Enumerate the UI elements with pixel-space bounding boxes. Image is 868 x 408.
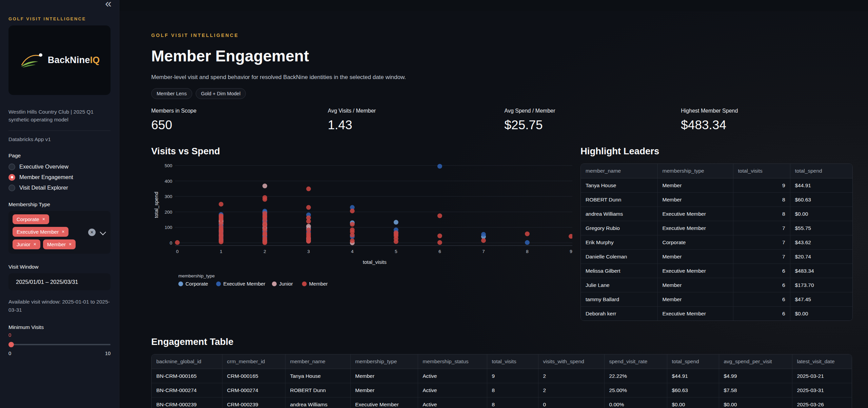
table-cell: 7: [733, 221, 790, 235]
table-row: Deborah kerrExecutive Member6$0.00: [581, 307, 852, 321]
tag-label: Member: [47, 241, 66, 247]
slider-thumb[interactable]: [8, 342, 14, 347]
kpi-label: Avg Visits / Member: [328, 108, 499, 114]
kpi-metric: Members in Scope650: [151, 108, 322, 132]
y-tick-label: 300: [164, 194, 172, 199]
table-cell: $44.91: [667, 369, 719, 383]
column-header[interactable]: latest_visit_date: [792, 354, 852, 369]
scatter-point: [437, 164, 442, 169]
chart-section: Visits vs Spend 010020030040050001234567…: [151, 146, 572, 321]
header-eyebrow: GOLF VISIT INTELLIGENCE: [151, 33, 852, 38]
table-cell: 0: [538, 397, 604, 408]
table-cell: $0.00: [667, 397, 719, 408]
table-cell: $0.00: [790, 207, 852, 221]
membership-tags: Corporate×Executive Member×Junior×Member…: [13, 214, 90, 249]
scatter-point: [525, 240, 530, 245]
table-cell: $44.91: [790, 178, 852, 193]
legend-title: membership_type: [178, 273, 215, 278]
engagement-section-title: Engagement Table: [151, 336, 852, 347]
column-header[interactable]: total_visits: [487, 354, 538, 369]
legend-item-label: Member: [309, 281, 328, 287]
sidebar-page-option[interactable]: Member Engagement: [8, 174, 111, 181]
table-cell: 6: [733, 278, 790, 292]
table-cell: $0.00: [790, 307, 852, 321]
chevron-down-icon[interactable]: [100, 229, 106, 235]
page-title: Member Engagement: [151, 47, 852, 65]
table-cell: Active: [418, 397, 487, 408]
legend-item-label: Junior: [279, 281, 293, 287]
scatter-point: [437, 213, 442, 218]
remove-tag-icon[interactable]: ×: [34, 241, 36, 247]
column-header[interactable]: membership_type: [350, 354, 418, 369]
table-cell: CRM-000239: [222, 397, 285, 408]
x-tick-label: 6: [438, 249, 441, 254]
y-tick-label: 200: [164, 210, 172, 215]
table-row: Melissa GilbertExecutive Member6$483.34: [581, 264, 852, 278]
table-cell: $4.99: [719, 369, 792, 383]
table-cell: $483.34: [790, 264, 852, 278]
scatter-point: [306, 205, 311, 210]
membership-tag[interactable]: Junior×: [13, 239, 40, 249]
scatter-point: [306, 219, 311, 224]
column-header[interactable]: avg_spend_per_visit: [719, 354, 792, 369]
membership-tag[interactable]: Corporate×: [13, 214, 49, 224]
column-header[interactable]: total_visits: [733, 164, 790, 178]
table-cell: 8: [487, 383, 538, 397]
table-cell: andrea Williams: [581, 207, 657, 221]
x-tick-label: 9: [570, 249, 572, 254]
table-cell: CRM-000274: [222, 383, 285, 397]
column-header[interactable]: membership_status: [418, 354, 487, 369]
scatter-point: [569, 234, 572, 239]
scatter-point: [350, 233, 355, 237]
column-header[interactable]: visits_with_spend: [538, 354, 604, 369]
clear-all-icon[interactable]: ✕: [88, 229, 96, 236]
slider-track[interactable]: [8, 344, 111, 345]
brand-name-accent: IQ: [90, 55, 100, 65]
column-header[interactable]: backnine_global_id: [152, 354, 222, 369]
radio-icon[interactable]: [8, 184, 15, 191]
table-row: Erik MurphyCorporate7$43.62: [581, 235, 852, 250]
membership-tag[interactable]: Member×: [43, 239, 76, 249]
column-header[interactable]: member_name: [581, 164, 657, 178]
table-cell: 9: [487, 369, 538, 383]
sidebar-eyebrow: GOLF VISIT INTELLIGENCE: [8, 16, 111, 21]
leaders-section-title: Highlight Leaders: [580, 146, 853, 157]
sidebar-page-option[interactable]: Executive Overview: [8, 163, 111, 170]
table-cell: BN-CRM-000239: [152, 397, 222, 408]
table-cell: Executive Member: [350, 397, 418, 408]
table-cell: Member: [350, 383, 418, 397]
slider-max-label: 10: [105, 351, 111, 356]
visit-window-input[interactable]: 2025/01/01 – 2025/03/31: [8, 273, 111, 290]
table-cell: Member: [657, 292, 733, 307]
table-cell: $47.45: [790, 292, 852, 307]
y-axis-title: total_spend: [153, 192, 159, 218]
remove-tag-icon[interactable]: ×: [62, 229, 64, 234]
table-cell: Danielle Coleman: [581, 250, 657, 264]
column-header[interactable]: spend_visit_rate: [604, 354, 667, 369]
scatter-point: [525, 232, 530, 236]
table-cell: $60.63: [790, 193, 852, 207]
table-cell: 9: [733, 178, 790, 193]
scatter-point: [306, 187, 311, 191]
radio-icon[interactable]: [8, 174, 15, 181]
radio-label: Visit Detail Explorer: [19, 184, 68, 191]
x-tick-label: 7: [482, 249, 485, 254]
column-header[interactable]: total_spend: [790, 164, 852, 178]
column-header[interactable]: crm_member_id: [222, 354, 285, 369]
y-tick-label: 0: [170, 240, 172, 246]
radio-icon[interactable]: [8, 163, 15, 170]
table-header-row: member_namemembership_typetotal_visitsto…: [581, 164, 852, 178]
remove-tag-icon[interactable]: ×: [42, 216, 45, 222]
kpi-value: $25.75: [505, 118, 676, 132]
column-header[interactable]: member_name: [285, 354, 350, 369]
table-row: BN-CRM-000274CRM-000274ROBERT DunnMember…: [152, 383, 852, 397]
sidebar-page-option[interactable]: Visit Detail Explorer: [8, 184, 111, 191]
page-subtitle: Member-level visit and spend behavior fo…: [151, 74, 852, 81]
column-header[interactable]: total_spend: [667, 354, 719, 369]
membership-tag[interactable]: Executive Member×: [13, 227, 68, 237]
leaders-table: member_namemembership_typetotal_visitsto…: [581, 164, 852, 320]
sidebar-collapse-icon[interactable]: «: [105, 0, 112, 9]
membership-multiselect[interactable]: Corporate×Executive Member×Junior×Member…: [8, 211, 111, 254]
column-header[interactable]: membership_type: [657, 164, 733, 178]
remove-tag-icon[interactable]: ×: [69, 241, 72, 247]
